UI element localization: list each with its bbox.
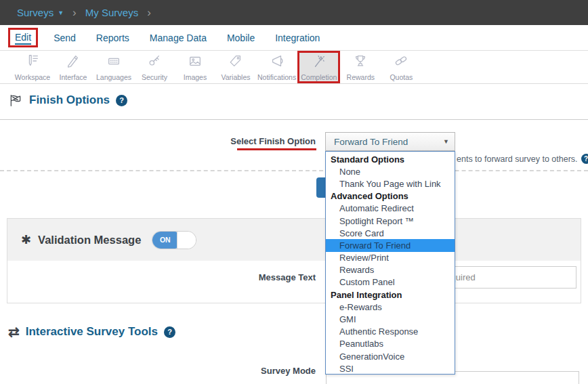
breadcrumb-surveys[interactable]: Surveys [17,7,54,18]
finish-option-note: ents to forward survey to others. ? [457,154,588,164]
finish-options-header: Finish Options ? [8,93,127,107]
toolbar-item-completion[interactable]: Completion [297,51,340,83]
menu-item-mobile[interactable]: Mobile [227,33,255,43]
toolbar-item-variables[interactable]: Variables [215,51,256,83]
dropdown-option[interactable]: Spotlight Report ™ [326,215,455,227]
chevron-down-icon[interactable]: ▼ [58,9,64,16]
dropdown-option[interactable]: Peanutlabs [326,338,455,350]
dropdown-option[interactable]: None [326,165,455,177]
finish-option-select[interactable]: Forward To Friend ▼ [325,132,455,151]
select-finish-option-label: Select Finish Option [156,136,316,146]
dropdown-option[interactable]: Authentic Response [326,326,455,338]
app-window: Surveys ▼ › My Surveys › Edit Send Repor… [0,0,588,384]
top-navigation-bar: Surveys ▼ › My Surveys › [0,0,588,25]
message-text-label: Message Text [156,272,316,282]
menu-item-manage-data[interactable]: Manage Data [150,33,207,43]
toolbar-label: Languages [96,73,131,81]
survey-mode-label: Survey Mode [156,366,316,376]
pen-icon [65,54,81,71]
dropdown-option[interactable]: Custom Panel [326,276,455,289]
help-icon[interactable]: ? [581,154,588,164]
validation-message-card: ✱ Validation Message ON [7,218,581,303]
dropdown-option[interactable]: GenerationVoice [326,350,455,362]
finish-flag-icon [8,93,23,107]
validation-toggle[interactable]: ON [152,231,196,249]
finish-option-dropdown-list: Standard Options None Thank You Page wit… [325,151,455,375]
menu-item-send[interactable]: Send [54,33,76,43]
dropdown-option[interactable]: GMI [326,313,455,325]
dropdown-option[interactable]: Thank You Page with Link [326,177,455,190]
dropdown-option[interactable]: Rewards [326,264,455,276]
dropdown-option[interactable]: Automatic Redirect [326,202,455,215]
annotation-underline [237,148,316,150]
note-text: ents to forward survey to others. [457,154,578,164]
select-arrow-icon: ▼ [443,138,449,145]
toolbar-label: Completion [301,73,337,81]
tag-icon [228,54,244,71]
key-icon [146,54,163,71]
help-icon[interactable]: ? [164,326,175,338]
validation-card-header: ✱ Validation Message ON [7,219,581,261]
asterisk-icon: ✱ [21,232,31,247]
menu-item-edit[interactable]: Edit [15,32,31,45]
dropdown-option[interactable]: e-Rewards [326,301,455,313]
toolbar-item-notifications[interactable]: Notifications [256,51,297,83]
megaphone-icon [269,54,285,71]
dropdown-option-highlighted[interactable]: Forward To Friend [326,239,455,251]
toolbar-item-interface[interactable]: Interface [53,51,93,83]
toolbar-label: Workspace [15,73,50,81]
toolbar-label: Images [184,73,207,81]
section-divider [0,119,588,120]
menu-item-integration[interactable]: Integration [275,33,320,43]
toolbar-label: Quotas [390,73,413,81]
toolbar-item-images[interactable]: Images [175,51,215,83]
chain-links-icon [393,54,409,71]
toggle-knob [177,232,196,249]
main-menu-bar: Edit Send Reports Manage Data Mobile Int… [0,25,588,51]
dropdown-group-label: Panel Integration [326,289,455,301]
menu-item-reports[interactable]: Reports [96,33,129,43]
dropdown-group-label: Advanced Options [326,190,455,202]
dropdown-group-label: Standard Options [326,153,455,165]
keyboard-icon [106,54,122,71]
page-title: Finish Options [29,93,110,107]
interactive-tools-header: ⇄ Interactive Survey Tools ? [8,325,175,339]
dashed-divider [0,170,588,171]
picture-icon [187,54,203,71]
validation-message-title: Validation Message [38,234,141,247]
dropdown-option[interactable]: SSI [326,362,455,375]
toolbar-label: Interface [60,73,87,81]
breadcrumb-my-surveys[interactable]: My Surveys [85,7,138,18]
magic-wand-icon [311,54,327,71]
toolbar-item-rewards[interactable]: Rewards [340,51,381,83]
toolbar-item-workspace[interactable]: Workspace [12,51,53,83]
toolbar-label: Rewards [347,73,375,81]
trophy-icon [352,54,369,71]
breadcrumb-separator-icon: › [147,7,151,18]
toolbar-label: Notifications [257,73,296,81]
swap-arrows-icon: ⇄ [8,325,20,339]
toggle-on-label: ON [152,232,177,249]
annotation-box-edit: Edit [8,28,38,47]
pencil-lines-icon [24,54,41,71]
dropdown-option[interactable]: Review/Print [326,252,455,264]
help-icon[interactable]: ? [116,95,127,106]
selected-option-text: Forward To Friend [334,137,408,147]
toolbar-item-security[interactable]: Security [134,51,175,83]
dropdown-option[interactable]: Score Card [326,227,455,239]
breadcrumb-separator-icon: › [72,7,77,18]
toolbar-item-quotas[interactable]: Quotas [381,51,421,83]
toolbar-label: Variables [222,73,251,81]
toolbar-label: Security [142,73,167,81]
interactive-tools-title: Interactive Survey Tools [26,325,158,339]
toolbar-item-languages[interactable]: Languages [93,51,134,83]
edit-toolbar: Workspace Interface Languages Security I… [0,51,588,84]
